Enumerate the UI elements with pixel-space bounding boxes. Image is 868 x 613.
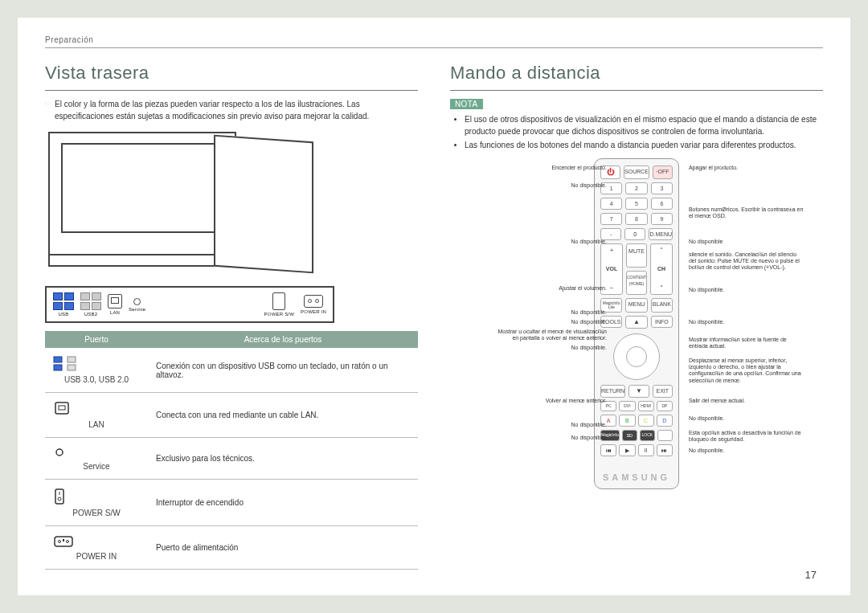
callout-right: No disponible. (689, 447, 724, 454)
dvi-label: DVI (619, 401, 635, 411)
callout-right: No disponible. (689, 319, 724, 325)
note-item: El uso de otros dispositivos de visualiz… (465, 114, 823, 137)
num-4[interactable]: 4 (600, 198, 622, 210)
letter-d[interactable]: D (657, 415, 673, 427)
source-button[interactable]: SOURCE (624, 166, 649, 179)
svg-rect-13 (63, 539, 64, 541)
svg-rect-3 (68, 365, 76, 370)
exit-button[interactable]: EXIT (653, 385, 673, 398)
dpad-center[interactable] (626, 346, 647, 367)
svg-rect-7 (55, 489, 63, 504)
blank-button[interactable]: BLANK (651, 298, 673, 313)
menu-button[interactable]: MENU (625, 298, 647, 313)
letter-b[interactable]: B (619, 415, 635, 427)
pause-button[interactable]: II (638, 444, 654, 456)
callout-right: Mostrar informaci¾n sobre la fuente de e… (689, 337, 805, 350)
mute-button[interactable]: MUTE (626, 243, 647, 268)
monitor-outline (48, 132, 236, 255)
callout-right: No disponible. (689, 287, 724, 293)
callout-right: Salir del menœ actual. (689, 398, 745, 404)
device-illustration (48, 132, 354, 276)
3d-button[interactable]: 3D (622, 430, 637, 441)
remote-diagram: ⏻ SOURCE ·OFF 1 2 3 4 5 6 (450, 158, 823, 512)
desc-cell: Interruptor de encendido (148, 480, 418, 526)
callout-right: No disponible. (689, 415, 724, 422)
th-port: Puerto (45, 331, 148, 348)
screen-outline (61, 143, 225, 233)
callout-left: No disponible. (571, 345, 607, 351)
ports-table: Puerto Acerca de los puertos USB 3.0, US… (45, 331, 418, 570)
table-row: LAN Conecta con una red mediante un cabl… (45, 393, 418, 438)
dpad[interactable] (600, 332, 673, 382)
usb-icon (53, 356, 140, 372)
callout-left: No disponible. (571, 182, 607, 189)
svg-rect-5 (59, 406, 65, 410)
down-arrow[interactable]: ▼ (628, 385, 649, 398)
power-in-icon (53, 534, 140, 549)
num-6[interactable]: 6 (651, 198, 673, 210)
callout-left: Encender el producto. (551, 165, 607, 171)
num-7[interactable]: 7 (600, 213, 622, 225)
callout-left: No disponible. (571, 422, 607, 428)
num-5[interactable]: 5 (625, 198, 647, 210)
svg-rect-0 (54, 357, 62, 362)
port-lan-icon: LAN (108, 294, 122, 315)
off-button[interactable]: ·OFF (653, 166, 673, 179)
service-icon (53, 446, 140, 459)
ports-callout-panel: USB USB2 LAN Service (45, 286, 334, 323)
svg-rect-4 (55, 403, 68, 414)
hdmi-label: HDMI (638, 401, 654, 411)
callout-right: Desplazarse al menœ superior, inferior, … (689, 358, 805, 385)
callout-left: Volver al menœ anterior. (546, 398, 607, 404)
num-8[interactable]: 8 (625, 213, 647, 225)
port-service-icon: Service (129, 298, 145, 312)
play-button[interactable]: ▶ (619, 444, 635, 456)
num-2[interactable]: 2 (625, 182, 647, 194)
svg-point-9 (58, 497, 61, 501)
heading-vista-trasera: Vista trasera (45, 63, 418, 84)
divider (45, 47, 823, 48)
desc-cell: Exclusivo para los técnicos. (148, 438, 418, 480)
num-3[interactable]: 3 (651, 182, 673, 194)
note-item: Las funciones de los botones del mando a… (465, 140, 823, 152)
power-switch-icon (53, 488, 140, 505)
info-button[interactable]: INFO (651, 316, 673, 328)
callout-left: No disponible. (571, 239, 607, 245)
brand-label: SAMSUNG (600, 472, 673, 482)
door-outline (214, 135, 313, 274)
callout-left: Ajustar el volumen. (559, 285, 607, 292)
content-home-button[interactable]: CONTENT (HOME) (626, 271, 647, 295)
lock-button[interactable]: LOCK (640, 430, 655, 441)
callout-right: Apagar el producto. (689, 165, 738, 171)
svg-rect-1 (54, 365, 62, 370)
desc-cell: Conecta con una red mediante un cable LA… (148, 393, 418, 438)
svg-point-11 (59, 541, 61, 543)
forward-button[interactable]: ⏭ (657, 444, 673, 456)
svg-point-12 (67, 541, 69, 543)
notes-list: El uso de otros dispositivos de visualiz… (450, 114, 823, 152)
return-button[interactable]: RETURN (600, 385, 625, 398)
nota-badge: NOTA (450, 99, 483, 109)
svg-rect-2 (68, 357, 76, 362)
th-desc: Acerca de los puertos (148, 331, 418, 348)
num-9[interactable]: 9 (651, 213, 673, 225)
callout-left: No disponible. (571, 309, 607, 316)
letter-c[interactable]: C (638, 415, 654, 427)
table-row: USB 3.0, USB 2.0 Conexión con un disposi… (45, 348, 418, 393)
lan-icon (53, 401, 140, 417)
dmenu-button[interactable]: D.MENU (649, 228, 673, 240)
breadcrumb: Preparación (45, 35, 823, 44)
num-0[interactable]: 0 (624, 228, 645, 240)
port-usb2-icon: USB2 (80, 292, 101, 317)
blank-4[interactable] (657, 430, 673, 441)
up-arrow[interactable]: ▲ (625, 316, 647, 329)
dp-label: DP (657, 401, 673, 411)
stand-outline (48, 254, 236, 267)
callout-right: No disponible (689, 239, 723, 245)
table-row: POWER S/W Interruptor de encendido (45, 480, 418, 526)
port-switch-icon: POWER S/W (264, 292, 294, 317)
rewind-button[interactable]: ⏮ (600, 444, 616, 456)
callout-left: Mostrar u ocultar el menœ de visualizaci… (490, 329, 607, 342)
ch-rocker[interactable]: ˄ CH ˅ (650, 243, 673, 295)
table-row: POWER IN Puerto de alimentación (45, 526, 418, 570)
